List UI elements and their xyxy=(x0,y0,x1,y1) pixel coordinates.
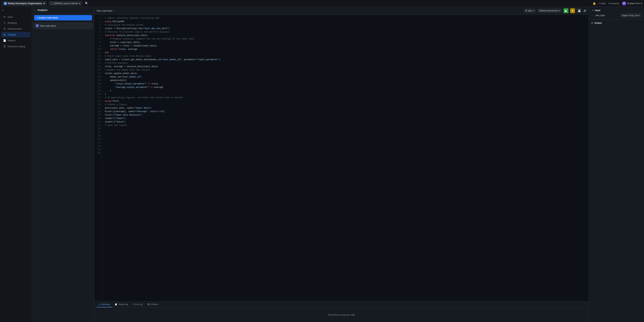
code-block-item-label: New code block xyxy=(40,24,56,27)
changelog-button[interactable]: Changelog xyxy=(608,2,619,5)
reports-icon: 📄 xyxy=(3,39,6,42)
topbar: R Rollup Developers Organization. ▾ [DEM… xyxy=(0,0,644,7)
topbar-left: R Rollup Developers Organization. ▾ [DEM… xyxy=(2,1,590,6)
org-logo: R xyxy=(4,2,7,5)
sidebar-item-label: Requirements xyxy=(8,28,22,30)
sidebar: « ✉ Inbox ⬡ Modeling ☰ Requirements ⊞ An… xyxy=(0,7,32,322)
input-section: ▼ Input ··· new_input Engine:Thrust_sea … xyxy=(589,7,644,20)
right-panel: ▼ Input ··· new_input Engine:Thrust_sea … xyxy=(589,7,644,322)
bottom-console: ℹ Summary 📋 Output log ℹ Error log 🖼 Art… xyxy=(94,301,589,322)
console-body-text: Press Run to execute code xyxy=(328,314,355,316)
modeling-icon: ⬡ xyxy=(3,22,6,24)
console-tab-error-log[interactable]: ℹ Error log xyxy=(130,302,145,307)
org-name: Rollup Developers Organization. xyxy=(8,2,42,5)
env-label: Default environment xyxy=(540,10,558,12)
artifacts-tab-label: Artifacts xyxy=(150,303,158,306)
search-button[interactable]: 🔍 xyxy=(84,1,89,6)
panel-collapse-button[interactable]: « xyxy=(34,9,36,12)
stop-button[interactable]: ■ xyxy=(570,8,575,13)
sidebar-item-inbox[interactable]: ✉ Inbox xyxy=(2,14,30,20)
julia-label: julia xyxy=(528,10,532,12)
avatar: GF xyxy=(622,2,626,6)
changelog-label: Changelog xyxy=(608,2,619,5)
console-tabs: ℹ Summary 📋 Output log ℹ Error log 🖼 Art… xyxy=(94,302,589,308)
sidebar-collapse-button[interactable]: « xyxy=(0,7,32,14)
artifacts-tab-icon: 🖼 xyxy=(148,303,150,306)
input-name-label: new_input xyxy=(596,14,619,16)
env-chevron-icon: ▾ xyxy=(559,10,560,12)
panel-title: Analysis xyxy=(38,9,48,12)
julia-chevron-icon: ▾ xyxy=(533,10,534,12)
sidebar-item-analysis[interactable]: ⊞ Analysis xyxy=(2,32,30,37)
tab-options-icon[interactable]: ··· xyxy=(114,9,117,12)
code-area[interactable]: 1234567891011121314151617181920212223242… xyxy=(94,15,589,301)
input-dropdown-label: Engine:Thrust_sea xyxy=(622,14,638,16)
panel-header: « Analysis xyxy=(32,7,94,13)
project-icon xyxy=(51,2,53,5)
sidebar-item-requirements[interactable]: ☰ Requirements xyxy=(2,26,30,32)
code-panel-left: « Analysis + Create Code block New code … xyxy=(32,7,94,322)
link-button[interactable]: 🔗 xyxy=(583,9,586,12)
project-chevron-icon: ▾ xyxy=(79,2,80,5)
error-log-tab-icon: ℹ xyxy=(133,303,134,306)
code-content[interactable]: # Import necessary modules from Rollup S… xyxy=(102,15,589,301)
input-row: ··· new_input Engine:Thrust_sea ▾ xyxy=(592,13,641,17)
create-code-block-button[interactable]: + Create Code block xyxy=(34,15,92,20)
sidebar-item-hardware-catalog[interactable]: 🗄 Hardware catalog xyxy=(2,44,30,49)
code-block-icon xyxy=(36,24,39,27)
input-section-header[interactable]: ▼ Input xyxy=(592,9,641,12)
input-dropdown-chevron: ▾ xyxy=(639,14,640,16)
code-block-list-item[interactable]: New code block xyxy=(34,22,93,29)
julia-status-dot xyxy=(526,10,527,12)
editor-tab: New code block ··· xyxy=(97,9,117,12)
project-name: [DEMO] Launch Vehicle xyxy=(54,2,78,5)
sidebar-item-label: Reports xyxy=(8,39,16,42)
code-editor-main: New code block ··· julia ▾ Default envir… xyxy=(94,7,589,322)
sidebar-item-reports[interactable]: 📄 Reports xyxy=(2,38,30,43)
save-button[interactable]: 💾 xyxy=(577,8,582,13)
output-chevron-icon: ▶ xyxy=(592,22,593,24)
input-chevron-icon: ▼ xyxy=(592,9,594,12)
console-tab-summary[interactable]: ℹ Summary xyxy=(97,302,112,307)
sidebar-item-label: Analysis xyxy=(8,34,16,36)
inbox-icon: ✉ xyxy=(3,16,6,18)
console-tab-artifacts[interactable]: 🖼 Artifacts xyxy=(145,302,160,307)
summary-tab-icon: ℹ xyxy=(99,303,100,306)
stop-icon: ■ xyxy=(572,10,573,12)
julia-selector[interactable]: julia ▾ xyxy=(524,9,536,13)
org-chevron-icon: ▾ xyxy=(44,2,45,5)
help-icon: ? xyxy=(598,2,600,5)
sidebar-item-label: Hardware catalog xyxy=(8,45,25,48)
editor-toolbar: New code block ··· julia ▾ Default envir… xyxy=(94,7,589,15)
run-button[interactable]: ▶ xyxy=(564,8,568,13)
sidebar-item-modeling[interactable]: ⬡ Modeling xyxy=(2,20,30,26)
input-options-icon[interactable]: ··· xyxy=(592,14,594,17)
console-body: Press Run to execute code xyxy=(94,308,589,322)
project-selector[interactable]: [DEMO] Launch Vehicle ▾ xyxy=(49,1,82,6)
error-log-tab-label: Error log xyxy=(135,303,143,306)
line-numbers: 1234567891011121314151617181920212223242… xyxy=(94,15,102,301)
notification-icon[interactable]: 🔔 xyxy=(593,2,596,5)
input-dropdown[interactable]: Engine:Thrust_sea ▾ xyxy=(620,13,641,17)
link-icon: 🔗 xyxy=(583,9,586,12)
run-icon: ▶ xyxy=(565,9,567,12)
hardware-catalog-icon: 🗄 xyxy=(3,45,6,48)
create-code-label: + Create Code block xyxy=(36,16,58,19)
help-label: Help xyxy=(600,2,606,5)
output-section-label: Output xyxy=(594,22,602,24)
output-section-header[interactable]: ▶ Output xyxy=(589,20,644,26)
user-chevron-icon: ▾ xyxy=(641,2,642,5)
input-section-label: Input xyxy=(595,9,600,12)
output-log-tab-icon: 📋 xyxy=(115,303,117,306)
user-menu[interactable]: GF Graham Fox ▾ xyxy=(622,2,642,6)
summary-tab-label: Summary xyxy=(101,303,110,306)
environment-selector[interactable]: Default environment ▾ xyxy=(538,9,562,13)
org-selector[interactable]: R Rollup Developers Organization. ▾ xyxy=(2,1,47,6)
analysis-icon: ⊞ xyxy=(3,33,6,36)
topbar-right: 🔔 ? Help Changelog GF Graham Fox ▾ xyxy=(593,2,642,6)
editor-toolbar-right: julia ▾ Default environment ▾ ▶ ■ 💾 🔗 xyxy=(524,8,586,13)
editor-tab-label: New code block xyxy=(97,10,112,12)
help-button[interactable]: ? Help xyxy=(598,2,606,5)
sidebar-item-label: Inbox xyxy=(8,16,13,18)
console-tab-output-log[interactable]: 📋 Output log xyxy=(112,302,130,307)
